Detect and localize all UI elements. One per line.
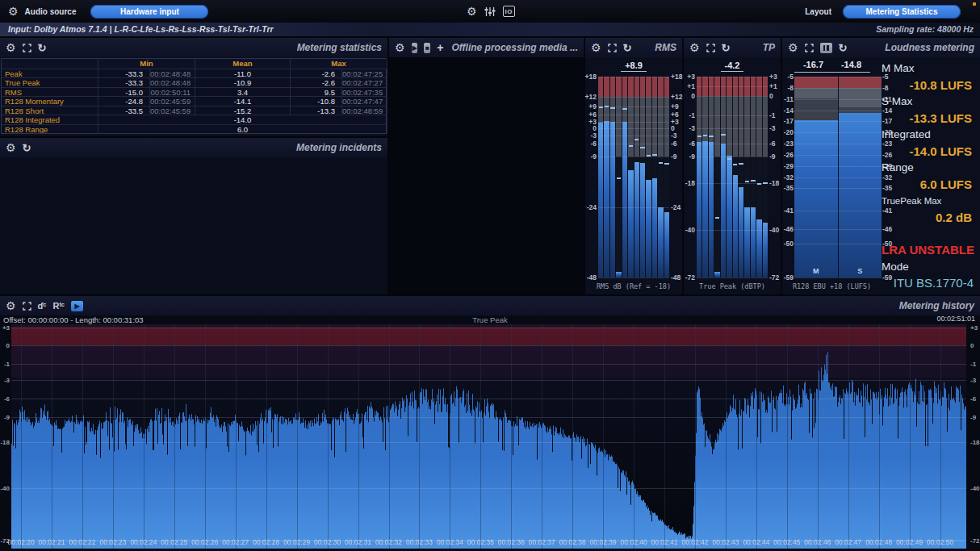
scale-tick-label: -18 (685, 179, 695, 187)
meter-channel-Trl (658, 77, 663, 278)
level-bar (756, 219, 761, 278)
expand-icon[interactable] (23, 302, 31, 311)
expand-icon[interactable] (805, 44, 814, 52)
peak-hold-tick (721, 134, 725, 136)
layout-label: Layout (805, 7, 831, 16)
time-axis-label: 00:02:23 (97, 538, 129, 546)
io-routing-icon[interactable]: IO (503, 6, 515, 17)
peak-hold-tick (652, 154, 656, 156)
scale-tick-label: -3 (970, 377, 976, 384)
meter-channel-Tsl (744, 77, 749, 278)
time-axis-label: 00:02:48 (863, 538, 895, 546)
expand-icon[interactable] (706, 44, 715, 52)
gear-icon[interactable]: ⚙ (6, 42, 16, 53)
scale-tick-label: -9 (4, 414, 10, 421)
peak-hold-tick (634, 139, 639, 140)
gear-icon[interactable]: ⚙ (788, 42, 798, 53)
peak-hold-tick (697, 136, 701, 137)
scale-tick-label: -40 (685, 226, 695, 234)
time-axis-label: 00:02:47 (832, 538, 865, 546)
loudness-current-M: -16.7 (794, 60, 832, 73)
reset-icon[interactable]: ↻ (23, 143, 31, 153)
gear-icon[interactable]: ⚙ (395, 42, 405, 53)
scale-tick-label: -5 (787, 73, 794, 81)
true-peak-history-waveform[interactable] (11, 324, 966, 549)
time-axis-label: 00:02:40 (618, 538, 650, 546)
meter-channel-C (709, 77, 714, 278)
reset-icon[interactable]: ↻ (722, 43, 731, 53)
level-bar (733, 175, 738, 278)
table-max-value: -10.8 (291, 96, 342, 106)
loudness-caption: R128 EBU +18 (LUFS) (782, 282, 882, 290)
reset-icon[interactable]: ↻ (839, 43, 848, 53)
scale-tick-label: +1 (769, 82, 777, 90)
table-min-value: -33.3 (98, 69, 150, 78)
table-max-value: -2.6 (291, 77, 342, 87)
scale-tick-label: -6 (689, 140, 695, 148)
rtc-mode-icon[interactable]: Rᵗᶜ (52, 301, 65, 311)
global-settings-gear-icon[interactable]: ⚙ (467, 6, 477, 17)
reset-icon[interactable]: ↻ (623, 43, 632, 53)
meter-channel-Trr (763, 77, 768, 278)
tp-meter-bars (697, 77, 768, 278)
scale-tick-label: -6 (4, 395, 10, 403)
time-axis-label: 00:02:28 (250, 538, 283, 546)
channel-letter: S (839, 267, 882, 275)
meter-channel-Rs (727, 77, 731, 278)
time-axis-label: 00:02:43 (710, 538, 742, 546)
expand-icon[interactable] (23, 44, 31, 52)
dc-mode-icon[interactable]: ɗᶜ (38, 301, 47, 311)
time-axis-label: 00:02:37 (526, 538, 558, 546)
time-axis-label: 00:02:31 (342, 538, 375, 546)
hardware-input-button[interactable]: Hardware input (90, 5, 208, 19)
scale-tick-label: -9 (590, 152, 597, 161)
reset-icon[interactable]: ↻ (38, 43, 47, 53)
table-max-time: 00:02:47:25 (342, 69, 387, 78)
mixer-sliders-icon[interactable] (484, 6, 496, 17)
pause-icon[interactable] (820, 43, 832, 53)
meter-channel-Lss (634, 77, 639, 278)
settings-gear-icon[interactable]: ⚙ (8, 6, 19, 17)
add-media-icon[interactable]: + (437, 42, 443, 53)
peak-hold-tick (739, 163, 743, 165)
play-icon[interactable]: ▶ (71, 301, 83, 311)
readout-value: -14.0 LUFS (882, 144, 977, 161)
expand-icon[interactable] (608, 44, 617, 52)
time-axis-label: 00:02:36 (495, 538, 527, 546)
peak-hold-tick (629, 145, 633, 147)
level-bar (751, 207, 756, 278)
history-plot[interactable]: 00:02:2000:02:2100:02:2200:02:2300:02:24… (11, 324, 966, 549)
readout-value: -13.3 LUFS (882, 111, 977, 127)
time-axis-label: 00:02:25 (158, 538, 191, 546)
time-axis-label: 00:02:35 (464, 538, 496, 546)
tp-caption: True Peak (dBTP) (684, 282, 781, 290)
gear-icon[interactable]: ⚙ (591, 42, 601, 53)
level-bar (702, 141, 707, 278)
meter-channel-L (697, 77, 701, 278)
level-bar (763, 223, 768, 278)
stop-icon[interactable]: ■ (424, 43, 430, 53)
scale-tick-label: -3 (689, 124, 695, 132)
gear-icon[interactable]: ⚙ (689, 42, 700, 53)
scale-tick-label: -14 (784, 106, 794, 115)
scale-tick-label: -18 (0, 439, 10, 446)
table-min-value: -24.8 (98, 96, 150, 106)
time-axis-label: 00:02:21 (36, 538, 68, 546)
gear-icon[interactable]: ⚙ (6, 142, 16, 153)
readout-label: M Max (882, 61, 977, 77)
play-icon[interactable]: ▶ (412, 43, 418, 53)
scale-tick-label: -35 (784, 184, 794, 192)
table-mean-value: -11.0 (195, 69, 291, 78)
panel-title: Metering statistics (297, 42, 382, 53)
scale-tick-label: -6 (769, 140, 776, 148)
table-max-value: -2.6 (291, 69, 342, 78)
scale-tick-label: -48 (587, 273, 597, 282)
level-bar (622, 122, 627, 278)
peak-hold-tick (664, 163, 668, 165)
panel-title: RMS (655, 42, 676, 53)
metering-statistics-layout-button[interactable]: Metering Statistics (843, 5, 961, 19)
table-min-value: -33.5 (98, 106, 150, 115)
time-axis-label: 00:02:34 (433, 538, 466, 546)
rms-scale-right: +18+12+9+6+30-3-6-9-24-48 (670, 77, 682, 278)
gear-icon[interactable]: ⚙ (6, 300, 16, 311)
